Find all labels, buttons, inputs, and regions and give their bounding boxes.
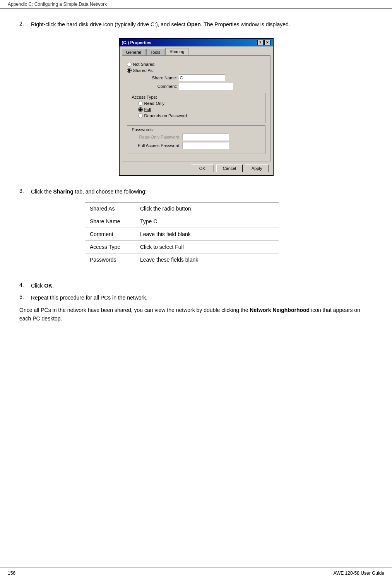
step-2: 2. Right-click the hard disk drive icon … (19, 21, 373, 29)
ok-button[interactable]: OK (191, 164, 214, 172)
shared-as-row: Shared As: (127, 68, 265, 73)
guide-title: AWE 120-58 User Guide (333, 570, 384, 576)
full-pwd-row: Full Access Password: (130, 142, 262, 149)
page-number: 156 (8, 570, 15, 576)
passwords-section: Passwords: Read-Only Password: Full Acce… (127, 125, 265, 154)
read-only-pwd-input[interactable] (182, 134, 229, 140)
table-row: Shared As Click the radio button (85, 202, 279, 215)
dialog-tabs: General Tools Sharing (120, 46, 273, 55)
access-type-section: Access Type: Read-Only Full Depends on P… (127, 93, 265, 123)
dialog-body: Not Shared Shared As: Share Name: Commen… (122, 55, 270, 161)
comment-row: Comment: (135, 83, 265, 90)
depends-radio[interactable] (138, 113, 143, 118)
step-4: 4. Click OK. (19, 282, 373, 290)
table-cell-value: Type C (135, 215, 279, 228)
dialog-footer: OK Cancel Apply (120, 161, 273, 175)
full-pwd-label: Full Access Password: (130, 143, 181, 148)
read-only-pwd-row: Read-Only Password: (130, 134, 262, 140)
help-button[interactable]: ? (257, 40, 264, 45)
table-cell-label: Passwords (85, 254, 135, 266)
shared-as-label: Shared As: (133, 68, 154, 73)
read-only-pwd-label: Read-Only Password: (130, 135, 181, 139)
tab-sharing[interactable]: Sharing (165, 48, 188, 55)
share-name-input[interactable] (179, 74, 225, 81)
apply-button[interactable]: Apply (245, 164, 269, 172)
step-5-text: Repeat this procedure for all PCs in the… (31, 294, 147, 302)
dialog-wrapper: (C:) Properties ? ✕ General Tools Sharin… (19, 38, 373, 176)
table-cell-value: Click the radio button (135, 202, 279, 215)
step-4-text: Click OK. (31, 282, 54, 290)
title-buttons: ? ✕ (257, 40, 270, 45)
table-cell-value: Click to select Full (135, 241, 279, 254)
step-2-number: 2. (19, 21, 31, 29)
table-row: Share Name Type C (85, 215, 279, 228)
depends-row: Depends on Password (130, 113, 262, 118)
table-cell-label: Access Type (85, 241, 135, 254)
read-only-label: Read-Only (144, 101, 165, 106)
table-row: Comment Leave this field blank (85, 228, 279, 241)
step-4-number: 4. (19, 282, 31, 290)
step-5-number: 5. (19, 294, 31, 302)
final-paragraph: Once all PCs in the network have been sh… (19, 306, 373, 323)
full-pwd-input[interactable] (182, 142, 229, 149)
shared-as-radio[interactable] (127, 68, 132, 73)
not-shared-row: Not Shared (127, 62, 265, 67)
access-type-legend: Access Type: (130, 95, 262, 99)
table-cell-label: Shared As (85, 202, 135, 215)
full-label: Full (144, 107, 151, 112)
step-5: 5. Repeat this procedure for all PCs in … (19, 294, 373, 302)
table-row: Passwords Leave these fields blank (85, 254, 279, 266)
full-radio[interactable] (138, 107, 143, 112)
share-name-row: Share Name: (135, 74, 265, 81)
table-cell-label: Share Name (85, 215, 135, 228)
table-cell-label: Comment (85, 228, 135, 241)
table-cell-value: Leave this field blank (135, 228, 279, 241)
dialog-titlebar: (C:) Properties ? ✕ (120, 39, 273, 46)
step-3: 3. Click the Sharing tab, and choose the… (19, 188, 373, 272)
comment-label: Comment: (135, 84, 177, 89)
share-name-label: Share Name: (135, 75, 177, 80)
cancel-button[interactable]: Cancel (216, 164, 243, 172)
not-shared-label: Not Shared (133, 62, 155, 67)
table-cell-value: Leave these fields blank (135, 254, 279, 266)
properties-dialog: (C:) Properties ? ✕ General Tools Sharin… (119, 38, 274, 176)
instructions-table: Shared As Click the radio button Share N… (85, 202, 279, 266)
table-row: Access Type Click to select Full (85, 241, 279, 254)
read-only-radio[interactable] (138, 101, 143, 106)
read-only-row: Read-Only (130, 101, 262, 106)
step-3-number: 3. (19, 188, 31, 272)
tab-tools[interactable]: Tools (146, 49, 165, 55)
not-shared-radio[interactable] (127, 62, 132, 67)
full-access-row: Full (130, 107, 262, 112)
passwords-legend: Passwords: (130, 127, 262, 132)
depends-label: Depends on Password (144, 113, 187, 118)
step-3-text: Click the Sharing tab, and choose the fo… (31, 188, 147, 195)
close-button[interactable]: ✕ (264, 40, 270, 45)
page-footer: 156 AWE 120-58 User Guide (0, 567, 392, 579)
comment-input[interactable] (179, 83, 233, 90)
dialog-title: (C:) Properties (122, 40, 151, 45)
tab-general[interactable]: General (122, 49, 146, 55)
page-header: Appendix C: Configuring a Simple Data Ne… (0, 0, 392, 9)
step-2-text: Right-click the hard disk drive icon (ty… (31, 21, 290, 29)
